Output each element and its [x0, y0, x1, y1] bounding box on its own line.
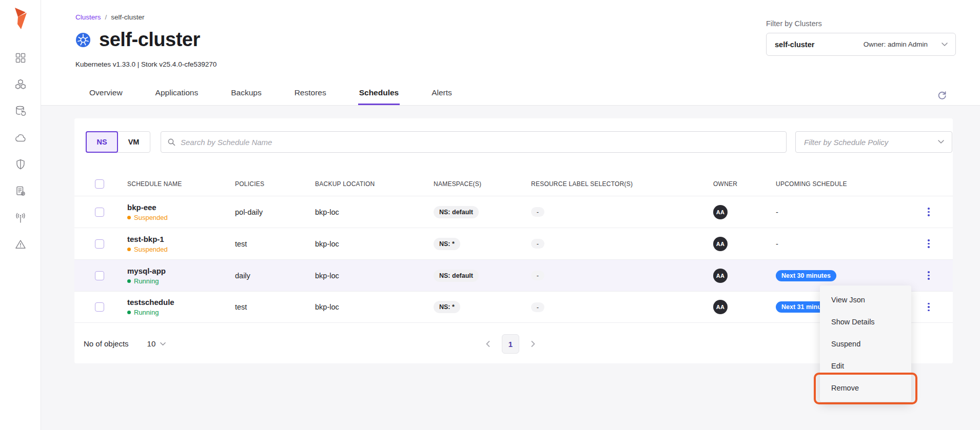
row-checkbox[interactable]: [95, 271, 104, 280]
sidebar-item-cloud-accounts[interactable]: [14, 131, 27, 145]
portworx-logo[interactable]: [10, 7, 31, 31]
selector-cell: -: [531, 207, 544, 217]
sidebar-item-clusters[interactable]: [14, 78, 27, 91]
namespace-badge: NS: *: [434, 301, 460, 313]
schedule-name: testschedule: [127, 298, 235, 306]
namespace-badge: NS: default: [434, 270, 479, 282]
backup-location-cell: bkp-loc: [315, 303, 434, 311]
dashboard-grid-icon: [14, 52, 27, 64]
breadcrumb-clusters-link[interactable]: Clusters: [75, 13, 101, 21]
chevron-down-icon[interactable]: [160, 339, 166, 348]
page-size-label: No of objects: [84, 339, 129, 348]
col-upcoming-schedule: UPCOMING SCHEDULE: [776, 180, 922, 188]
chevron-left-icon: [485, 340, 491, 347]
col-policies: POLICIES: [235, 180, 315, 188]
cluster-filter-owner: Owner: admin Admin: [864, 40, 941, 48]
document-gear-icon: [14, 185, 27, 197]
refresh-button[interactable]: [936, 89, 948, 101]
namespace-badge: NS: *: [434, 238, 460, 250]
sidebar-item-schedule-policies[interactable]: [14, 185, 27, 198]
previous-page-button[interactable]: [482, 338, 494, 350]
select-all-checkbox[interactable]: [95, 179, 104, 189]
schedule-name: test-bkp-1: [127, 235, 235, 243]
menu-item-view-json[interactable]: View Json: [820, 289, 911, 311]
policy-cell: pol-daily: [235, 208, 315, 216]
sidebar-item-backups[interactable]: [14, 105, 27, 118]
chevron-down-icon: [937, 137, 945, 147]
selector-cell: -: [531, 271, 544, 280]
row-actions-kebab-icon[interactable]: [922, 300, 935, 314]
sidebar-item-alerts[interactable]: [14, 238, 27, 251]
tab-overview[interactable]: Overview: [88, 82, 124, 105]
schedule-name: bkp-eee: [127, 203, 235, 212]
schedule-name: mysql-app: [127, 267, 235, 275]
row-checkbox[interactable]: [95, 239, 104, 249]
row-checkbox[interactable]: [95, 208, 104, 217]
tab-restores[interactable]: Restores: [293, 82, 327, 105]
kubernetes-icon: [75, 32, 91, 48]
breadcrumb-separator: /: [105, 13, 107, 21]
sidebar-item-dashboard[interactable]: [14, 51, 27, 65]
row-checkbox[interactable]: [95, 302, 104, 312]
chevron-down-icon: [941, 40, 948, 49]
tab-schedules[interactable]: Schedules: [358, 82, 400, 105]
search-icon: [167, 138, 176, 147]
sidebar-item-activity[interactable]: [14, 211, 27, 224]
col-backup-location: BACKUP LOCATION: [315, 180, 434, 188]
menu-item-remove[interactable]: Remove: [820, 377, 911, 399]
status-dot: [127, 248, 131, 251]
warning-triangle-icon: [14, 238, 27, 251]
upcoming-schedule-pill: Next 30 minutes: [776, 270, 836, 281]
owner-avatar: AA: [713, 269, 728, 283]
page-size-value[interactable]: 10: [147, 339, 156, 348]
schedule-search: [161, 131, 787, 153]
row-context-menu: View Json Show Details Suspend Edit Remo…: [820, 285, 911, 402]
backup-location-cell: bkp-loc: [315, 240, 434, 248]
tab-applications[interactable]: Applications: [154, 82, 200, 105]
shield-icon: [14, 158, 27, 171]
app-page: Clusters / self-cluster self-cluster Kub…: [0, 0, 980, 430]
status-badge: Suspended: [127, 214, 235, 221]
tab-alerts[interactable]: Alerts: [430, 82, 453, 105]
status-badge: Suspended: [127, 245, 235, 253]
toggle-vm[interactable]: VM: [117, 132, 150, 152]
sidebar-item-security[interactable]: [14, 158, 27, 171]
owner-avatar: AA: [713, 300, 728, 314]
row-actions-kebab-icon[interactable]: [922, 269, 935, 282]
antenna-broadcast-icon: [14, 212, 27, 224]
title-row: self-cluster: [75, 29, 200, 51]
table-header-row: SCHEDULE NAME POLICIES BACKUP LOCATION N…: [74, 172, 953, 196]
namespace-badge: NS: default: [434, 206, 479, 218]
table-row[interactable]: test-bkp-1 Suspended test bkp-loc NS: * …: [74, 228, 953, 259]
table-row[interactable]: bkp-eee Suspended pol-daily bkp-loc NS: …: [74, 196, 953, 228]
row-actions-kebab-icon[interactable]: [922, 237, 935, 251]
toggle-ns[interactable]: NS: [86, 131, 118, 153]
sidebar-nav: [0, 51, 41, 251]
menu-item-show-details[interactable]: Show Details: [820, 311, 911, 333]
breadcrumb-current: self-cluster: [111, 13, 144, 21]
backup-restore-icon: [14, 105, 27, 117]
search-input[interactable]: [181, 138, 780, 147]
upcoming-cell: -: [776, 208, 922, 216]
ns-vm-toggle: NS VM: [86, 131, 150, 153]
status-dot: [127, 311, 131, 314]
next-page-button[interactable]: [527, 338, 539, 350]
tab-backups[interactable]: Backups: [230, 82, 262, 105]
cloud-icon: [14, 132, 27, 144]
row-actions-kebab-icon[interactable]: [922, 206, 935, 219]
schedule-policy-filter[interactable]: Filter by Schedule Policy: [795, 131, 952, 153]
menu-item-suspend[interactable]: Suspend: [820, 333, 911, 355]
policy-cell: daily: [235, 272, 315, 280]
owner-avatar: AA: [713, 237, 728, 251]
policy-cell: test: [235, 303, 315, 311]
cluster-filter-dropdown[interactable]: self-cluster Owner: admin Admin: [766, 33, 956, 56]
tab-bar: Overview Applications Backups Restores S…: [41, 82, 980, 106]
menu-item-edit[interactable]: Edit: [820, 355, 911, 377]
owner-avatar: AA: [713, 205, 728, 219]
page-number-button[interactable]: 1: [502, 334, 519, 354]
cluster-filter-value: self-cluster: [775, 40, 814, 49]
upcoming-cell: -: [776, 240, 922, 248]
page-title: self-cluster: [99, 29, 200, 51]
portworx-logo-icon: [10, 7, 31, 31]
col-namespaces: NAMESPACE(S): [434, 180, 531, 188]
